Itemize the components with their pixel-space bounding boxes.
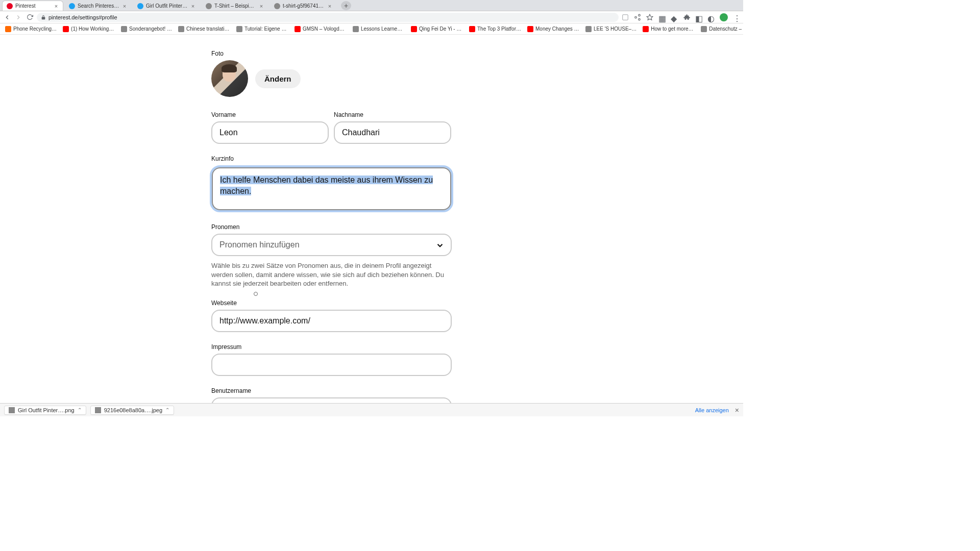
impressum-label: Impressum	[211, 343, 452, 350]
photo-label: Foto	[211, 50, 452, 57]
tab-pinterest[interactable]: Pinterest ×	[2, 1, 63, 11]
svg-rect-0	[623, 14, 628, 20]
close-icon[interactable]: ×	[259, 4, 264, 9]
pinterest-icon	[7, 3, 13, 9]
username-input[interactable]	[211, 397, 452, 403]
bio-textarea[interactable]: Ich helfe Menschen dabei das meiste aus …	[212, 167, 451, 210]
pronouns-select[interactable]: Pronomen hinzufügen	[211, 234, 452, 256]
share-icon[interactable]	[634, 14, 641, 21]
bookmark-item[interactable]: Sonderangebot! …	[119, 26, 174, 32]
firstname-input[interactable]	[211, 121, 329, 144]
pronouns-placeholder: Pronomen hinzufügen	[219, 240, 300, 249]
bookmark-item[interactable]: Qing Fei De Yi - Y…	[409, 26, 465, 32]
page-icon	[206, 3, 212, 9]
favicon	[295, 26, 301, 32]
impressum-input[interactable]	[211, 354, 452, 376]
bookmark-item[interactable]: The Top 3 Platfor…	[467, 26, 523, 32]
ext2-icon[interactable]: ◧	[695, 14, 702, 21]
back-button[interactable]	[3, 13, 11, 21]
tab-title: T-Shirt – Beispiel Dropshippin	[214, 3, 257, 9]
close-downloads-bar[interactable]: ×	[735, 406, 739, 414]
show-all-downloads[interactable]: Alle anzeigen	[695, 407, 729, 413]
firstname-label: Vorname	[211, 111, 329, 118]
bookmark-item[interactable]: (1) How Working a…	[61, 26, 117, 32]
favicon	[585, 26, 592, 32]
close-icon[interactable]: ×	[122, 4, 127, 9]
download-filename: Girl Outfit Pinter….png	[18, 407, 75, 413]
gtranslate-icon[interactable]	[622, 14, 629, 21]
profile-avatar-icon[interactable]	[720, 13, 728, 21]
pronouns-hint: Wähle bis zu zwei Sätze von Pronomen aus…	[211, 261, 452, 288]
bookmark-item[interactable]: Phone Recycling…	[3, 26, 59, 32]
download-filename: 9216e08e8a80a….jpeg	[104, 407, 162, 413]
file-icon	[9, 407, 15, 413]
bookmark-item[interactable]: Chinese translatio…	[176, 26, 232, 32]
change-photo-button[interactable]: Ändern	[255, 69, 301, 88]
favicon	[63, 26, 69, 32]
favicon	[121, 26, 127, 32]
tab-girl-outfit[interactable]: Girl Outfit Pinterest Pin (1000 ×	[133, 1, 200, 11]
downloads-bar: Girl Outfit Pinter….png ⌃ 9216e08e8a80a……	[0, 403, 743, 416]
favicon	[527, 26, 533, 32]
star-icon[interactable]	[646, 14, 653, 21]
url-text: pinterest.de/settings#profile	[48, 14, 117, 20]
website-input[interactable]	[211, 310, 452, 332]
lock-icon	[41, 15, 46, 20]
browser-tab-bar: Pinterest × Search Pinterest Pin (1000 ×…	[0, 0, 743, 11]
page-icon	[274, 3, 280, 9]
file-icon	[95, 407, 101, 413]
chevron-down-icon	[435, 241, 444, 249]
download-item[interactable]: 9216e08e8a80a….jpeg ⌃	[90, 406, 174, 415]
bookmark-item[interactable]: Datenschutz – Re…	[699, 26, 743, 32]
extensions-icon[interactable]	[683, 14, 690, 21]
favicon	[353, 26, 359, 32]
close-icon[interactable]: ×	[190, 4, 195, 9]
bookmark-item[interactable]: How to get more v…	[641, 26, 697, 32]
ext3-icon[interactable]: ◐	[707, 14, 715, 21]
toolbar-icons: ▦ ◆ ◧ ◐ ⋮	[622, 13, 740, 21]
favicon	[236, 26, 242, 32]
favicon	[701, 26, 707, 32]
photo-row: Ändern	[211, 60, 452, 97]
menu-icon[interactable]: ⋮	[733, 14, 740, 21]
bookmark-item[interactable]: Tutorial: Eigene Fa…	[234, 26, 290, 32]
bookmark-item[interactable]: Lessons Learned f…	[351, 26, 407, 32]
favicon	[178, 26, 184, 32]
download-item[interactable]: Girl Outfit Pinter….png ⌃	[4, 406, 86, 415]
pronouns-label: Pronomen	[211, 223, 452, 231]
chevron-up-icon[interactable]: ⌃	[78, 407, 82, 413]
favicon	[411, 26, 417, 32]
tab-title: Pinterest	[15, 3, 52, 9]
ext1-icon[interactable]: ◆	[671, 14, 678, 21]
tab-tshirt-jpg[interactable]: t-shirt-g5f96741c2_1280.jpg ( ×	[270, 1, 337, 11]
reload-button[interactable]	[26, 13, 34, 21]
close-icon[interactable]: ×	[54, 4, 59, 9]
qr-icon[interactable]: ▦	[658, 14, 666, 21]
svg-marker-4	[647, 14, 653, 20]
tab-search-pin[interactable]: Search Pinterest Pin (1000 × ×	[64, 1, 132, 11]
tab-title: Girl Outfit Pinterest Pin (1000	[146, 3, 188, 9]
bookmark-item[interactable]: Money Changes E…	[525, 26, 581, 32]
new-tab-button[interactable]: +	[341, 1, 351, 10]
lastname-input[interactable]	[334, 121, 451, 144]
address-bar: pinterest.de/settings#profile ▦ ◆ ◧ ◐ ⋮	[0, 11, 743, 23]
url-field[interactable]: pinterest.de/settings#profile	[37, 13, 619, 22]
forward-button[interactable]	[14, 13, 22, 21]
page-content: Foto Ändern Vorname Nachname Kurzinfo Ic…	[0, 35, 743, 403]
bookmarks-bar: Phone Recycling… (1) How Working a… Sond…	[0, 23, 743, 35]
favicon	[643, 26, 649, 32]
bio-focus-ring: Ich helfe Menschen dabei das meiste aus …	[210, 165, 453, 212]
svg-point-1	[639, 14, 641, 16]
tab-tshirt[interactable]: T-Shirt – Beispiel Dropshippin ×	[201, 1, 268, 11]
favicon	[5, 26, 11, 32]
chevron-up-icon[interactable]: ⌃	[165, 407, 169, 413]
bookmark-item[interactable]: GMSN – Vologda…	[292, 26, 349, 32]
bio-label: Kurzinfo	[211, 155, 452, 162]
lastname-label: Nachname	[334, 111, 451, 118]
tab-title: t-shirt-g5f96741c2_1280.jpg (	[283, 3, 325, 9]
cursor-icon	[254, 292, 258, 296]
close-icon[interactable]: ×	[327, 4, 332, 9]
canva-icon	[69, 3, 75, 9]
bookmark-item[interactable]: LEE 'S HOUSE–…	[583, 26, 639, 32]
tab-title: Search Pinterest Pin (1000 ×	[78, 3, 120, 9]
